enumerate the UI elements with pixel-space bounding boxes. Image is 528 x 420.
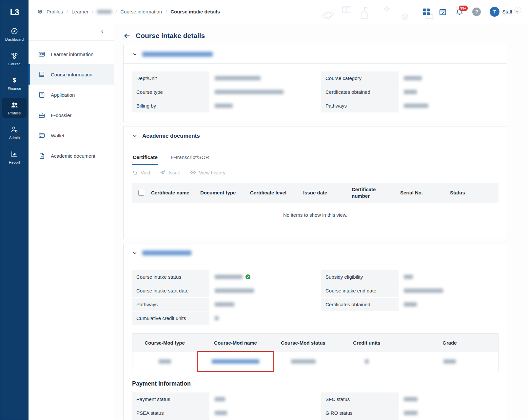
select-all-checkbox[interactable] [138,190,144,196]
field-label: Pathways [132,298,209,311]
payment-information-title: Payment information [132,380,499,387]
field-row: Cumulative credit units [132,311,309,325]
nav-label: Course [8,62,20,66]
send-icon [160,170,166,175]
field-label: Course intake start date [132,284,209,297]
nav-label: Finance [8,87,21,90]
field-label: Course intake end date [321,284,399,297]
course-summary-body: Dept/Unit Course type Billing by [124,64,507,122]
field-value [209,302,234,307]
column-header: Grade [401,340,498,346]
wallet-card-icon [38,132,45,139]
field-value [399,275,413,279]
academic-documents-title: Academic documents [142,133,200,139]
view-history-button[interactable]: View history [190,170,225,175]
profile-sidebar: Learner information Course information A… [29,23,114,420]
chevron-down-icon [515,10,519,14]
column-header: Issue date [303,190,352,196]
tab-e-transcript-sor[interactable]: E-transcript/SOR [170,153,210,165]
status-check-icon [245,274,250,279]
field-row: Payment status [132,392,309,406]
field-label: Course type [132,85,209,99]
field-value [209,274,250,279]
user-role-label: Staff [502,9,512,14]
field-value [209,411,227,415]
breadcrumb-learner[interactable]: Learner [71,9,88,14]
field-row: Subsidy eligibility [321,270,499,284]
nav-item-dashboard[interactable]: Dashboard [2,24,27,44]
main-content: Course intake details [114,23,528,420]
document-actions: Void Issue [132,170,499,175]
course-module-table: Course-Mod type Course-Mod name Course-M… [132,333,499,371]
chevron-down-icon[interactable] [132,133,137,138]
chevron-down-icon[interactable] [132,250,137,255]
sidebar-item-label: Learner information [51,51,93,57]
void-button[interactable]: Void [132,170,150,175]
app-logo[interactable]: L3 [10,0,19,24]
breadcrumb-redacted-name[interactable] [97,10,112,14]
column-header: Certificate number [352,186,388,200]
collapse-sidebar-icon[interactable] [100,29,105,34]
nav-item-report[interactable]: Report [2,147,27,167]
calendar-check-icon[interactable] [439,8,447,16]
field-value [209,397,225,401]
field-label: Certificates obtained [321,85,399,99]
sidebar-item-e-dossier[interactable]: E-dossier [29,105,114,125]
nav-item-finance[interactable]: Finance [2,73,27,93]
sidebar-item-application[interactable]: Application [29,85,114,105]
field-row: Certificates obtained [321,298,499,311]
sidebar-item-label: Academic document [51,153,95,159]
apps-grid-icon[interactable] [423,8,430,15]
sidebar-item-academic-document[interactable]: Academic document [29,146,114,166]
sidebar-item-wallet[interactable]: Wallet [29,125,114,146]
course-icon [10,52,18,60]
column-header: Credit units [332,340,401,346]
sidebar-item-course-information[interactable]: Course information [29,64,114,85]
help-icon[interactable] [472,8,481,16]
academic-documents-card: Academic documents Certificate E-transcr… [123,127,507,239]
academic-documents-header: Academic documents [124,127,507,145]
sidebar-menu: Learner information Course information A… [29,41,114,166]
sidebar-item-label: Course information [51,72,92,77]
back-arrow-icon[interactable] [123,32,131,40]
report-icon [10,150,18,158]
breadcrumb-separator: / [92,9,93,14]
field-row: GIRO status [321,406,499,420]
field-label: SFC status [321,392,399,406]
nav-item-profiles[interactable]: Profiles [2,98,27,118]
field-row: Dept/Unit [132,71,309,85]
breadcrumb-current: Course intake details [170,9,220,14]
nav-item-course[interactable]: Course [2,49,27,69]
admin-icon [10,126,18,133]
field-row: Billing by [132,99,309,112]
chevron-down-icon[interactable] [132,52,137,57]
document-tabs: Certificate E-transcript/SOR [132,153,499,165]
course-module-table-header: Course-Mod type Course-Mod name Course-M… [132,334,498,352]
field-value [399,289,443,293]
page-title: Course intake details [136,32,205,40]
field-value [209,76,261,80]
sidebar-item-learner-information[interactable]: Learner information [29,44,114,64]
undo-icon [132,170,138,175]
tab-certificate[interactable]: Certificate [132,153,158,165]
page-title-row: Course intake details [123,32,507,40]
field-label: Billing by [132,99,209,112]
module-name-link[interactable] [197,352,274,371]
breadcrumb-course-information[interactable]: Course information [120,9,162,14]
empty-table-message: No items to show in this view. [132,212,499,218]
breadcrumb-profiles[interactable]: Profiles [47,9,63,14]
module-grade-cell [401,352,498,371]
issue-button[interactable]: Issue [160,170,180,175]
field-row: Certificates obtained [321,85,499,99]
field-label: Subsidy eligibility [321,270,399,284]
sidebar-item-label: Wallet [51,133,64,138]
breadcrumb-separator: / [67,9,68,14]
user-menu[interactable]: T Staff [490,7,519,17]
field-label: Certificates obtained [321,298,399,311]
column-header: Serial No. [400,190,450,196]
nav-label: Profiles [8,111,21,115]
field-value [399,90,417,94]
nav-item-admin[interactable]: Admin [2,122,27,143]
sidebar-item-label: E-dossier [51,112,71,118]
notifications-bell-icon[interactable]: 99+ [456,8,463,16]
